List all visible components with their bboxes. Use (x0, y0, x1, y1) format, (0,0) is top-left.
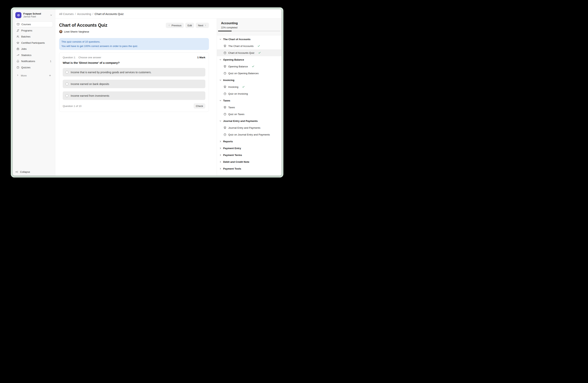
quiz-notice: This quiz consists of 10 questions. You … (59, 38, 209, 50)
sidebar-item-label: Notifications (21, 60, 35, 63)
outline-item-label: Quiz on Journal Entry and Payments (228, 133, 270, 136)
outline-section-invoicing[interactable]: Invoicing (217, 77, 281, 83)
outline-lesson-opening-balance[interactable]: Opening Balance (217, 63, 281, 70)
chevron-down-icon (219, 38, 222, 40)
author-row: Linet Sherin Varghese (59, 30, 209, 33)
page-title: Chart of Accounts Quiz (59, 22, 107, 28)
sidebar-item-certified-participants[interactable]: Certified Participants (15, 40, 53, 46)
sidebar-item-statistics[interactable]: Statistics (15, 52, 53, 58)
sidebar: Frappe School Jannat Patel Courses Progr… (13, 9, 55, 176)
check-label: Check (196, 105, 203, 108)
outline-item-label: Invoicing (228, 86, 238, 88)
quiz-help-icon (224, 133, 226, 136)
quiz-help-icon (224, 52, 226, 54)
next-button[interactable]: Next (196, 23, 209, 28)
radio-icon[interactable] (65, 82, 68, 85)
screen: Frappe School Jannat Patel Courses Progr… (0, 0, 297, 193)
previous-button[interactable]: Previous (166, 23, 184, 28)
frappe-school-logo (15, 12, 21, 18)
sidebar-item-batches[interactable]: Batches (15, 34, 53, 39)
next-label: Next (198, 24, 203, 27)
course-outline-panel: Accounting 22% completed The Chart of Ac… (217, 19, 281, 176)
outline-quiz-on-opening-balances[interactable]: Quiz on Opening Balances (217, 70, 281, 77)
main-region: All Courses / Accounting / Chart of Acco… (55, 9, 281, 176)
sidebar-more[interactable]: More (15, 73, 53, 78)
chevron-right-icon (17, 74, 19, 77)
outline-section-journal-entry-and-payments[interactable]: Journal Entry and Payments (217, 117, 281, 124)
school-titles: Frappe School Jannat Patel (23, 12, 48, 18)
quiz-help-icon (224, 113, 226, 116)
outline-item-label: Quiz on Invoicing (228, 92, 248, 95)
outline-section-the-chart-of-accounts[interactable]: The Chart of Accounts (217, 36, 281, 43)
course-progress-fill (218, 31, 232, 31)
program-flow-icon (17, 29, 19, 32)
breadcrumb-separator: / (92, 12, 93, 16)
trending-up-icon (17, 54, 19, 57)
sidebar-item-jobs[interactable]: Jobs (15, 46, 53, 52)
author-avatar (59, 30, 63, 33)
head-buttons: Previous Edit Next (166, 23, 209, 28)
notifications-count-badge: 1 (50, 60, 51, 63)
course-title: Accounting (221, 21, 277, 25)
outline-lesson-journal-entry-and-payments[interactable]: Journal Entry and Payments (217, 124, 281, 131)
notice-line-1: This quiz consists of 10 questions. (61, 40, 207, 44)
outline-quiz-chart-of-accounts-quiz[interactable]: Chart of Accounts Quiz (217, 49, 281, 56)
option-3[interactable]: Income earned from investments (63, 91, 205, 100)
outline-item-label: Quiz on Opening Balances (228, 72, 259, 75)
sidebar-nav: Courses Programs Batches Certified Parti… (13, 20, 55, 78)
chevron-down-icon[interactable] (50, 14, 52, 17)
outline-section-payment-entry[interactable]: Payment Entry (217, 145, 281, 152)
option-2[interactable]: Income earned on bank deposits (63, 80, 205, 88)
sidebar-item-quizzes[interactable]: Quizzes (15, 65, 53, 70)
sidebar-collapse-button[interactable]: Collapse (15, 171, 30, 173)
outline-lesson-the-chart-of-accounts[interactable]: The Chart of Accounts (217, 43, 281, 49)
outline-quiz-on-journal-entry-and-payments[interactable]: Quiz on Journal Entry and Payments (217, 131, 281, 138)
outline-quiz-on-taxes[interactable]: Quiz on Taxes (217, 111, 281, 117)
chevron-down-icon (219, 120, 222, 122)
completed-check-icon (257, 45, 260, 47)
chevron-left-icon (168, 24, 170, 26)
sidebar-item-label: Batches (21, 35, 30, 38)
outline-item-label: Journal Entry and Payments (228, 126, 260, 129)
breadcrumb-all-courses[interactable]: All Courses (59, 12, 74, 16)
outline-section-payment-terms[interactable]: Payment Terms (217, 152, 281, 158)
outline-quiz-on-invoicing[interactable]: Quiz on Invoicing (217, 90, 281, 97)
option-1[interactable]: Income that is earned by providing goods… (63, 68, 205, 77)
sidebar-item-label: Programs (21, 29, 32, 32)
question-number: Question 1: (63, 56, 76, 59)
option-label: Income earned on bank deposits (71, 82, 109, 86)
sidebar-item-courses[interactable]: Courses (15, 21, 53, 27)
radio-icon[interactable] (65, 94, 68, 97)
completed-check-icon (242, 86, 245, 88)
help-circle-icon (17, 66, 19, 69)
outline-section-reports[interactable]: Reports (217, 138, 281, 145)
outline-section-payment-tools[interactable]: Payment Tools (217, 165, 281, 172)
outline-section-taxes[interactable]: Taxes (217, 97, 281, 104)
sidebar-item-notifications[interactable]: Notifications 1 (15, 58, 53, 64)
breadcrumb-accounting[interactable]: Accounting (77, 12, 91, 16)
outline-section-debit-and-credit-note[interactable]: Debit and Credit Note (217, 158, 281, 165)
outline-lesson-taxes[interactable]: Taxes (217, 104, 281, 111)
sidebar-item-label: Quizzes (21, 66, 30, 69)
check-button[interactable]: Check (194, 103, 205, 109)
sidebar-item-label: Courses (21, 23, 31, 26)
outline-section-label: The Chart of Accounts (223, 38, 251, 41)
edit-button[interactable]: Edit (185, 23, 194, 28)
question-instruction: Choose one answer (78, 56, 101, 59)
outline-section-label: Payment Entry (223, 147, 241, 150)
radio-icon[interactable] (65, 71, 68, 74)
outline-section-opening-balance[interactable]: Opening Balance (217, 56, 281, 63)
school-switcher[interactable]: Frappe School Jannat Patel (13, 9, 55, 20)
sidebar-item-programs[interactable]: Programs (15, 28, 53, 33)
collapse-label: Collapse (20, 171, 30, 173)
window-frame: Frappe School Jannat Patel Courses Progr… (11, 7, 283, 177)
quiz-help-icon (224, 72, 226, 75)
outline-lesson-invoicing[interactable]: Invoicing (217, 83, 281, 90)
main-content: Chart of Accounts Quiz Previous Edit (55, 19, 217, 176)
video-lesson-icon (224, 86, 226, 88)
add-icon[interactable] (49, 74, 51, 77)
chevron-right-icon (219, 161, 222, 163)
user-name: Jannat Patel (23, 15, 48, 18)
sidebar-more-label: More (21, 74, 27, 77)
edit-label: Edit (188, 24, 192, 27)
